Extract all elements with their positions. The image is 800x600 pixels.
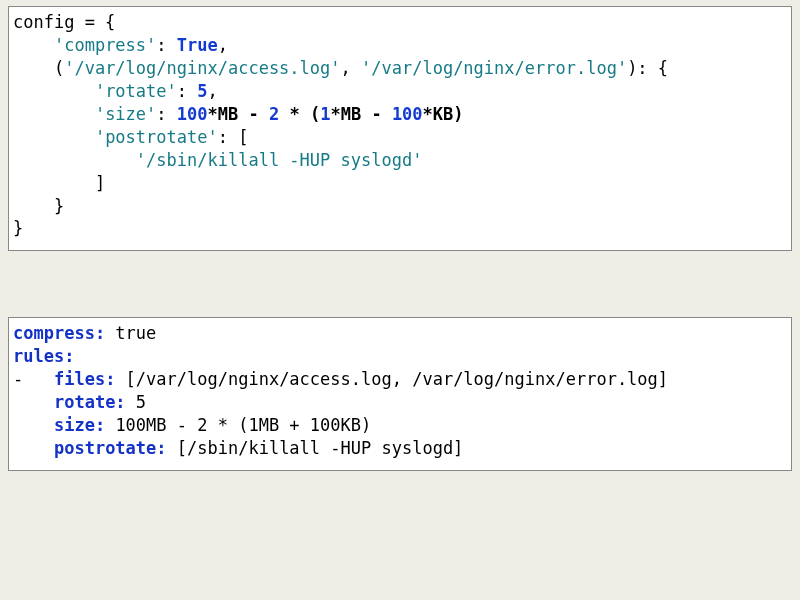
py-op: *: [330, 104, 340, 124]
py-string: '/sbin/killall -HUP syslogd': [136, 150, 423, 170]
yaml-key: size:: [54, 415, 105, 435]
py-string: 'compress': [54, 35, 156, 55]
py-punct: ,: [341, 58, 361, 78]
code-line: config = {: [13, 12, 115, 32]
yaml-indent: [13, 438, 54, 458]
yaml-indent: [13, 415, 54, 435]
code-line: [13, 81, 95, 101]
py-ident: MB: [218, 104, 238, 124]
yaml-value: 5: [126, 392, 146, 412]
py-number: 1: [320, 104, 330, 124]
yaml-indent: [13, 392, 54, 412]
py-number: 100: [392, 104, 423, 124]
py-op: *: [423, 104, 433, 124]
py-punct: ,: [208, 81, 218, 101]
py-op: ): [453, 104, 463, 124]
python-code-block: config = { 'compress': True, ('/var/log/…: [8, 6, 792, 251]
py-number: 5: [197, 81, 207, 101]
py-op: *: [208, 104, 218, 124]
yaml-code-block: compress: true rules: - files: [/var/log…: [8, 317, 792, 471]
py-string: '/var/log/nginx/error.log': [361, 58, 627, 78]
code-line: (: [13, 58, 64, 78]
slide: config = { 'compress': True, ('/var/log/…: [0, 0, 800, 471]
yaml-key: rules:: [13, 346, 74, 366]
code-line: }: [13, 196, 64, 216]
py-number: 2: [269, 104, 279, 124]
py-punct: :: [156, 104, 176, 124]
py-string: 'size': [95, 104, 156, 124]
spacer: [8, 251, 792, 317]
code-line: }: [13, 218, 23, 238]
yaml-key: postrotate:: [54, 438, 167, 458]
py-ident: MB: [341, 104, 361, 124]
py-op: * (: [279, 104, 320, 124]
yaml-value: 100MB - 2 * (1MB + 100KB): [105, 415, 371, 435]
code-line: [13, 104, 95, 124]
py-true: True: [177, 35, 218, 55]
yaml-key: compress:: [13, 323, 105, 343]
py-punct: ,: [218, 35, 228, 55]
py-string: 'rotate': [95, 81, 177, 101]
py-punct: :: [177, 81, 197, 101]
py-ident: KB: [433, 104, 453, 124]
yaml-key: rotate:: [54, 392, 126, 412]
code-line: [13, 127, 95, 147]
py-string: '/var/log/nginx/access.log': [64, 58, 340, 78]
py-punct: : [: [218, 127, 249, 147]
yaml-value: [/var/log/nginx/access.log, /var/log/ngi…: [115, 369, 668, 389]
yaml-value: [/sbin/killall -HUP syslogd]: [167, 438, 464, 458]
yaml-value: true: [105, 323, 156, 343]
py-punct: :: [156, 35, 176, 55]
py-punct: ): {: [627, 58, 668, 78]
py-string: 'postrotate': [95, 127, 218, 147]
code-line: [13, 150, 136, 170]
code-line: ]: [13, 173, 105, 193]
code-line: [13, 35, 54, 55]
py-number: 100: [177, 104, 208, 124]
yaml-key: files:: [54, 369, 115, 389]
py-op: -: [361, 104, 392, 124]
py-op: -: [238, 104, 269, 124]
yaml-dash: -: [13, 369, 54, 389]
